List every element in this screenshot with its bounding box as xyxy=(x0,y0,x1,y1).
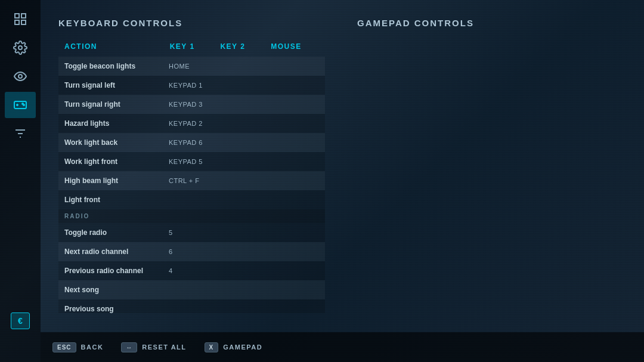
svg-point-9 xyxy=(23,104,24,106)
sidebar-item-controls[interactable] xyxy=(5,92,36,118)
svg-point-5 xyxy=(18,75,22,78)
table-row[interactable]: Previous radio channel 4 xyxy=(58,261,325,280)
col-key1: KEY 1 xyxy=(170,42,221,51)
table-row[interactable]: Turn signal right KEYPAD 3 xyxy=(58,95,325,114)
col-mouse: MOUSE xyxy=(271,42,321,51)
col-key2: KEY 2 xyxy=(220,42,271,51)
radio-section: RADIO Toggle radio 5 Next radio channel … xyxy=(58,209,325,313)
table-row[interactable]: Light front xyxy=(58,190,325,209)
table-row[interactable]: Turn signal left KEYPAD 1 xyxy=(58,76,325,95)
table-row[interactable]: Toggle beacon lights HOME xyxy=(58,57,325,76)
radio-section-header: RADIO xyxy=(58,209,325,223)
reset-key: ↔ xyxy=(121,342,137,352)
euro-badge: € xyxy=(11,313,30,329)
reset-label: RESET ALL xyxy=(142,344,186,351)
svg-rect-2 xyxy=(15,20,19,24)
table-row[interactable]: Work light back KEYPAD 6 xyxy=(58,133,325,152)
svg-point-4 xyxy=(18,46,22,49)
table-header: ACTION KEY 1 KEY 2 MOUSE xyxy=(58,39,327,54)
keyboard-panel-title: KEYBOARD CONTROLS xyxy=(58,18,327,28)
gamepad-label: GAMEPAD xyxy=(223,344,262,351)
table-row[interactable]: Previous song xyxy=(58,299,325,313)
svg-rect-1 xyxy=(21,14,26,18)
gamepad-key: X xyxy=(205,342,219,352)
gamepad-panel: GAMEPAD CONTROLS xyxy=(357,18,626,326)
gamepad-panel-title: GAMEPAD CONTROLS xyxy=(357,18,626,28)
lights-section: Toggle beacon lights HOME Turn signal le… xyxy=(58,57,325,209)
back-label: BACK xyxy=(81,344,104,351)
table-row[interactable]: High beam light CTRL + F xyxy=(58,171,325,190)
main-content: KEYBOARD CONTROLS ACTION KEY 1 KEY 2 MOU… xyxy=(41,0,644,362)
sidebar-bottom: € xyxy=(0,313,41,329)
keyboard-panel: KEYBOARD CONTROLS ACTION KEY 1 KEY 2 MOU… xyxy=(58,18,327,326)
table-row[interactable]: Hazard lights KEYPAD 2 xyxy=(58,114,325,133)
sidebar-item-filter[interactable] xyxy=(5,120,36,147)
back-button[interactable]: ESC BACK xyxy=(52,342,103,352)
table-row[interactable]: Next radio channel 6 xyxy=(58,242,325,261)
reset-all-button[interactable]: ↔ RESET ALL xyxy=(121,342,186,352)
table-row[interactable]: Next song xyxy=(58,280,325,299)
sidebar-item-display[interactable] xyxy=(5,63,36,89)
bottom-bar: ESC BACK ↔ RESET ALL X GAMEPAD xyxy=(41,332,644,362)
sidebar: € xyxy=(0,0,41,362)
sidebar-item-settings[interactable] xyxy=(5,35,36,61)
svg-rect-3 xyxy=(21,20,26,24)
col-action: ACTION xyxy=(64,42,170,51)
table-row[interactable]: Toggle radio 5 xyxy=(58,223,325,242)
table-row[interactable]: Work light front KEYPAD 5 xyxy=(58,152,325,171)
sidebar-item-general[interactable] xyxy=(5,6,36,32)
rows-container[interactable]: Toggle beacon lights HOME Turn signal le… xyxy=(58,57,327,313)
svg-rect-0 xyxy=(15,14,19,18)
esc-key: ESC xyxy=(52,342,76,352)
gamepad-button[interactable]: X GAMEPAD xyxy=(205,342,263,352)
